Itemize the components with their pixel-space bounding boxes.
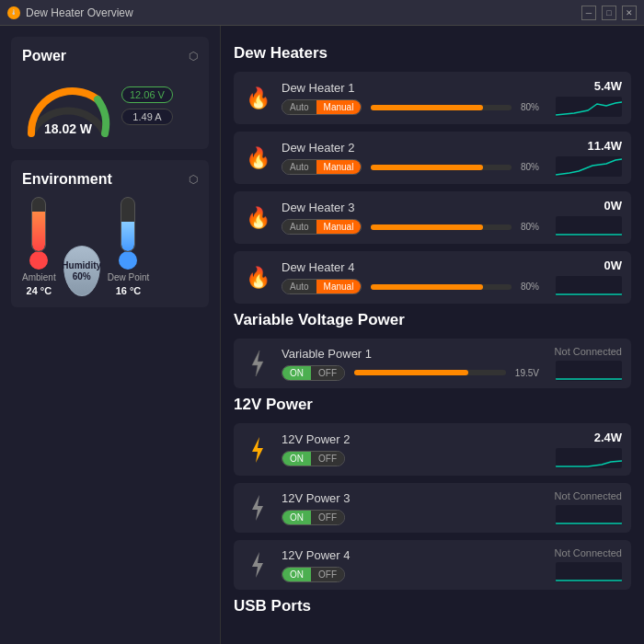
power-external-icon[interactable]: ⬡ xyxy=(189,50,198,63)
12v3-off-btn[interactable]: OFF xyxy=(311,511,344,524)
dew-heater-1-card: 🔥 Dew Heater 1 Auto Manual 80% 5.4W xyxy=(234,72,631,124)
vp1-slider[interactable] xyxy=(354,370,506,375)
dew-heater-4-info: Dew Heater 4 Auto Manual 80% xyxy=(282,260,539,294)
environment-title: Environment xyxy=(22,171,112,188)
dew-heater-2-power: 11.4W xyxy=(548,139,622,177)
svg-marker-2 xyxy=(252,495,263,521)
twelvev-title: 12V Power xyxy=(234,396,631,414)
dh3-manual-btn[interactable]: Manual xyxy=(316,220,362,234)
vp1-on-btn[interactable]: ON xyxy=(282,366,311,380)
dh1-auto-btn[interactable]: Auto xyxy=(282,100,316,114)
main-container: Power ⬡ 18.02 W 12.06 V xyxy=(0,26,644,644)
12v2-toggle: ON OFF xyxy=(282,451,345,466)
titlebar-controls: ─ □ ✕ xyxy=(581,6,637,20)
dh1-slider[interactable] xyxy=(371,105,512,110)
power-section: Power ⬡ 18.02 W 12.06 V xyxy=(11,37,209,149)
12v-power-2-controls: ON OFF xyxy=(282,451,539,466)
dh3-chart xyxy=(556,216,622,236)
dew-heater-1-controls: Auto Manual 80% xyxy=(282,99,539,115)
dew-heater-2-info: Dew Heater 2 Auto Manual 80% xyxy=(282,141,539,175)
dew-heater-4-power: 0W xyxy=(548,259,622,296)
bolt-icon-vp1 xyxy=(243,349,272,378)
dew-heater-2-card: 🔥 Dew Heater 2 Auto Manual 80% 11.4W xyxy=(234,132,631,184)
ambient-fill xyxy=(32,212,45,252)
ambient-bulb xyxy=(29,251,48,270)
window-title: Dew Heater Overview xyxy=(26,6,133,19)
dew-heaters-title: Dew Heaters xyxy=(234,44,631,63)
dh2-slider[interactable] xyxy=(371,165,512,170)
close-button[interactable]: ✕ xyxy=(622,6,637,20)
12v-power-3-name: 12V Power 3 xyxy=(282,491,539,505)
power-readings: 12.06 V 1.49 A xyxy=(121,86,173,125)
variable-power-1-card: Variable Power 1 ON OFF 19.5V Not Connec… xyxy=(234,339,631,388)
dh4-power-value: 0W xyxy=(604,259,623,272)
dew-heater-1-info: Dew Heater 1 Auto Manual 80% xyxy=(282,81,539,115)
dew-heater-3-toggle: Auto Manual xyxy=(282,219,362,235)
dh3-slider-label: 80% xyxy=(521,222,539,232)
ambient-label: Ambient xyxy=(22,272,56,282)
12v-power-3-card: 12V Power 3 ON OFF Not Connected xyxy=(234,483,631,533)
vp1-slider-fill xyxy=(354,370,468,375)
power-watts: 18.02 W xyxy=(44,121,92,136)
12v-power-3-info: 12V Power 3 ON OFF xyxy=(282,491,539,525)
voltage-badge: 12.06 V xyxy=(121,86,173,103)
dh3-auto-btn[interactable]: Auto xyxy=(282,220,316,234)
12v3-chart xyxy=(556,505,622,525)
flame-icon-1: 🔥 xyxy=(243,84,272,113)
12v4-not-connected: Not Connected xyxy=(555,547,622,558)
humidity-indicator: Humidity 60% xyxy=(63,246,100,296)
dh3-slider[interactable] xyxy=(371,224,512,230)
vp1-toggle: ON OFF xyxy=(282,365,345,381)
variable-voltage-title: Variable Voltage Power xyxy=(234,311,631,329)
dh2-slider-fill xyxy=(371,165,483,170)
humidity-value: 60% xyxy=(73,271,91,282)
dewpoint-thermometer: Dew Point 16 °C xyxy=(108,197,150,296)
12v4-on-btn[interactable]: ON xyxy=(282,568,311,581)
12v-power-2-card: 12V Power 2 ON OFF 2.4W xyxy=(234,423,631,476)
12v4-off-btn[interactable]: OFF xyxy=(311,568,344,581)
vp1-off-btn[interactable]: OFF xyxy=(311,366,344,380)
amperage-badge: 1.49 A xyxy=(121,109,173,125)
ambient-thermometer: Ambient 24 °C xyxy=(22,197,56,296)
app-icon: 🌡 xyxy=(7,6,20,19)
dh4-slider[interactable] xyxy=(371,284,512,290)
power-header: Power ⬡ xyxy=(22,48,198,64)
dh2-auto-btn[interactable]: Auto xyxy=(282,160,316,174)
minimize-button[interactable]: ─ xyxy=(581,6,596,20)
dewpoint-bulb xyxy=(119,251,137,270)
titlebar: 🌡 Dew Heater Overview ─ □ ✕ xyxy=(0,0,644,26)
dh4-auto-btn[interactable]: Auto xyxy=(282,280,316,293)
bolt-icon-12v4 xyxy=(243,550,272,580)
dew-heater-4-name: Dew Heater 4 xyxy=(282,260,539,274)
12v3-on-btn[interactable]: ON xyxy=(282,511,311,524)
dew-heater-4-controls: Auto Manual 80% xyxy=(282,279,539,294)
12v-power-4-info: 12V Power 4 ON OFF xyxy=(282,548,539,582)
env-indicators: Ambient 24 °C Humidity 60% xyxy=(22,197,198,296)
humidity-label: Humidity xyxy=(62,260,101,270)
12v2-chart xyxy=(556,448,622,468)
variable-power-1-name: Variable Power 1 xyxy=(282,347,539,361)
svg-marker-0 xyxy=(252,351,263,376)
12v3-not-connected: Not Connected xyxy=(555,490,622,501)
12v-power-4-controls: ON OFF xyxy=(282,567,539,582)
12v2-off-btn[interactable]: OFF xyxy=(311,452,344,466)
12v-power-4-status: Not Connected xyxy=(548,547,622,582)
usb-title: USB Ports xyxy=(234,597,631,615)
maximize-button[interactable]: □ xyxy=(602,6,616,20)
dew-heater-2-toggle: Auto Manual xyxy=(282,159,362,175)
dh2-manual-btn[interactable]: Manual xyxy=(316,160,362,174)
svg-marker-3 xyxy=(252,552,263,578)
dh4-manual-btn[interactable]: Manual xyxy=(316,280,362,293)
dew-heater-1-name: Dew Heater 1 xyxy=(282,81,539,95)
env-external-icon[interactable]: ⬡ xyxy=(189,173,198,186)
dew-heater-3-card: 🔥 Dew Heater 3 Auto Manual 80% 0W xyxy=(234,191,631,244)
12v2-on-btn[interactable]: ON xyxy=(282,452,311,466)
humidity-inner: Humidity 60% xyxy=(62,260,101,282)
right-panel: Dew Heaters 🔥 Dew Heater 1 Auto Manual 8… xyxy=(221,26,644,644)
dew-heater-4-card: 🔥 Dew Heater 4 Auto Manual 80% 0W xyxy=(234,251,631,304)
dew-heater-1-toggle: Auto Manual xyxy=(282,99,362,115)
dh4-chart xyxy=(556,276,622,296)
dh1-manual-btn[interactable]: Manual xyxy=(316,100,362,114)
dew-heater-2-name: Dew Heater 2 xyxy=(282,141,539,155)
12v-power-4-card: 12V Power 4 ON OFF Not Connected xyxy=(234,540,631,590)
